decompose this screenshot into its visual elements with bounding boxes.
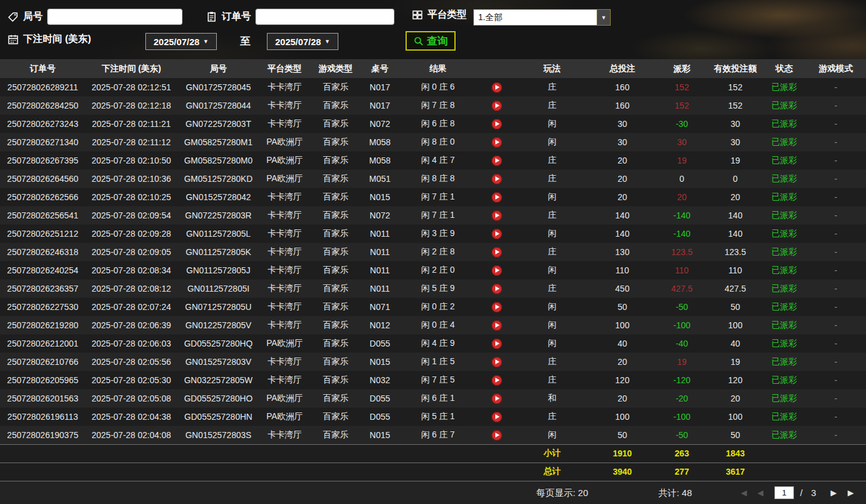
cell-payout: 0 <box>656 170 708 188</box>
cell-game_type: 百家乐 <box>310 408 362 426</box>
play-video-icon[interactable] <box>492 211 502 221</box>
cell-play_type: 庄 <box>515 243 589 261</box>
cell-status: 已派彩 <box>763 261 806 279</box>
cell-bet_time: 2025-07-28 02:11:21 <box>86 115 177 133</box>
header-table_no: 桌号 <box>362 59 398 78</box>
next-page-button[interactable]: ▶ <box>831 481 837 504</box>
table-row: 2507280262512122025-07-28 02:09:28GN0112… <box>0 225 866 243</box>
per-page-label: 每页显示: 20 <box>536 481 588 504</box>
last-page-button[interactable]: ▶ <box>848 481 854 504</box>
play-video-icon[interactable] <box>492 247 502 257</box>
cell-platform: 卡卡湾厅 <box>260 371 310 389</box>
cell-result: 闲 7 庄 5 <box>398 371 478 389</box>
cell-valid_bet: 50 <box>708 426 763 444</box>
cell-order_no: 250728026267395 <box>0 151 86 170</box>
cell-valid_bet: 100 <box>708 316 763 334</box>
cell-mode: - <box>806 353 866 371</box>
platform-type-select[interactable]: 1.全部 ▼ <box>473 9 611 26</box>
cell-status: 已派彩 <box>763 151 806 170</box>
cell-total_bet: 140 <box>589 225 656 243</box>
cell-payout: 30 <box>656 133 708 151</box>
tag-icon <box>7 11 19 23</box>
play-video-icon[interactable] <box>492 82 502 93</box>
play-video-icon[interactable] <box>492 137 502 148</box>
cell-payout: -100 <box>656 316 708 334</box>
cell-total_bet: 100 <box>589 316 656 334</box>
cell-bet_time: 2025-07-28 02:12:51 <box>86 78 177 96</box>
play-video-icon[interactable] <box>492 192 502 203</box>
page-number-input[interactable] <box>774 486 794 499</box>
cell-mode: - <box>806 115 866 133</box>
play-video-icon[interactable] <box>492 430 502 441</box>
cell-order_no: 250728026273243 <box>0 115 86 133</box>
cell-round_no: GN0322572805W <box>177 371 260 389</box>
cell-bet_time: 2025-07-28 02:12:18 <box>86 96 177 115</box>
cell-result: 闲 1 庄 5 <box>398 353 478 371</box>
cell-play <box>478 206 515 225</box>
play-video-icon[interactable] <box>492 156 502 166</box>
query-button[interactable]: 查询 <box>406 31 456 51</box>
cell-payout: 19 <box>656 353 708 371</box>
play-video-icon[interactable] <box>492 174 502 184</box>
prev-page-button[interactable]: ◀ <box>757 481 763 504</box>
play-video-icon[interactable] <box>492 119 502 129</box>
cell-round_no: GN0112572805K <box>177 243 260 261</box>
first-page-button[interactable]: ◀ <box>741 481 747 504</box>
cell-mode: - <box>806 96 866 115</box>
cell-payout: -140 <box>656 206 708 225</box>
cell-payout: 152 <box>656 78 708 96</box>
play-video-icon[interactable] <box>492 412 502 422</box>
cell-status: 已派彩 <box>763 426 806 444</box>
cell-table_no: M058 <box>362 133 398 151</box>
cell-order_no: 250728026289211 <box>0 78 86 96</box>
cell-order_no: 250728026256541 <box>0 206 86 225</box>
cell-result: 闲 2 庄 8 <box>398 243 478 261</box>
table-row: 2507280261903752025-07-28 02:04:08GN0152… <box>0 426 866 444</box>
cell-table_no: N017 <box>362 78 398 96</box>
play-video-icon[interactable] <box>492 265 502 276</box>
cell-game_type: 百家乐 <box>310 389 362 408</box>
cell-play_type: 庄 <box>515 353 589 371</box>
play-video-icon[interactable] <box>492 320 502 331</box>
play-video-icon[interactable] <box>492 339 502 349</box>
cell-result: 闲 5 庄 1 <box>398 408 478 426</box>
round-number-input[interactable] <box>47 9 183 25</box>
cell-round_no: GD055257280HN <box>177 408 260 426</box>
cell-total_bet: 30 <box>589 133 656 151</box>
cell-game_type: 百家乐 <box>310 334 362 353</box>
cell-round_no: GN0712572805U <box>177 298 260 316</box>
cell-bet_time: 2025-07-28 02:11:12 <box>86 133 177 151</box>
date-to-picker[interactable]: 2025/07/28 ▼ <box>267 33 338 50</box>
cell-platform: 卡卡湾厅 <box>260 78 310 96</box>
cell-result: 闲 8 庄 0 <box>398 133 478 151</box>
cell-round_no: GN0152572803S <box>177 426 260 444</box>
bet-time-filter: 下注时间 (美东) <box>7 33 91 46</box>
cell-play_type: 庄 <box>515 78 589 96</box>
cell-order_no: 250728026219280 <box>0 316 86 334</box>
grand-total-payout: 277 <box>656 463 708 481</box>
play-video-icon[interactable] <box>492 357 502 367</box>
cell-total_bet: 20 <box>589 188 656 206</box>
cell-result: 闲 0 庄 6 <box>398 78 478 96</box>
date-from-picker[interactable]: 2025/07/28 ▼ <box>145 33 217 50</box>
cell-status: 已派彩 <box>763 298 806 316</box>
cell-result: 闲 0 庄 2 <box>398 298 478 316</box>
cell-bet_time: 2025-07-28 02:08:12 <box>86 279 177 298</box>
order-number-input[interactable] <box>255 9 395 25</box>
table-row: 2507280262059652025-07-28 02:05:30GN0322… <box>0 371 866 389</box>
grid-icon <box>412 9 423 21</box>
play-video-icon[interactable] <box>492 229 502 239</box>
cell-status: 已派彩 <box>763 408 806 426</box>
play-video-icon[interactable] <box>492 101 502 111</box>
calendar-icon <box>7 34 19 45</box>
play-video-icon[interactable] <box>492 302 502 312</box>
play-video-icon[interactable] <box>492 375 502 386</box>
cell-round_no: GN0152572803V <box>177 353 260 371</box>
play-video-icon[interactable] <box>492 284 502 294</box>
cell-valid_bet: 110 <box>708 261 763 279</box>
cell-table_no: N011 <box>362 243 398 261</box>
cell-play_type: 闲 <box>515 316 589 334</box>
cell-valid_bet: 20 <box>708 389 763 408</box>
cell-bet_time: 2025-07-28 02:09:28 <box>86 225 177 243</box>
play-video-icon[interactable] <box>492 394 502 404</box>
